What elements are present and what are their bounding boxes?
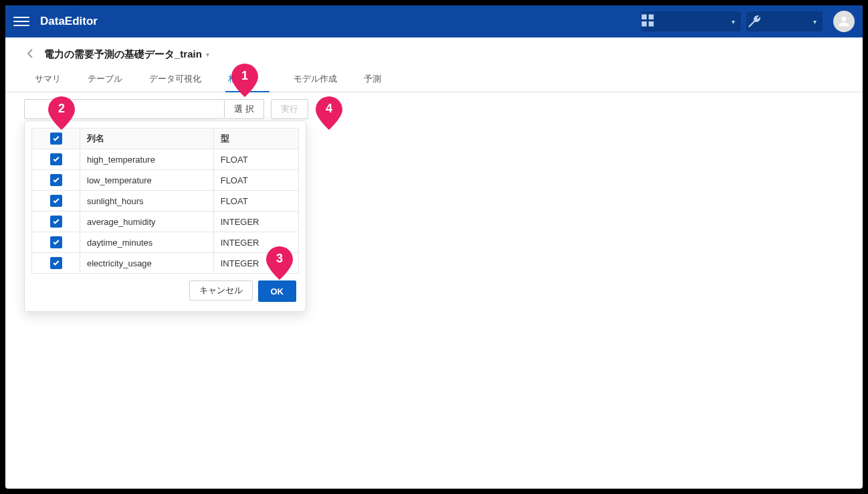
wrench-icon: [746, 13, 762, 29]
svg-rect-3: [649, 21, 654, 27]
row-name: average_humidity: [80, 212, 214, 232]
breadcrumb: 電力の需要予測の基礎データ_train ▾: [5, 37, 863, 66]
select-all-header[interactable]: [32, 129, 80, 149]
tab-summary[interactable]: サマリ: [32, 66, 64, 92]
cancel-button[interactable]: キャンセル: [189, 280, 253, 301]
table-row: daytime_minutesINTEGER: [32, 232, 299, 253]
row-name: low_temperature: [80, 170, 214, 191]
row-name: high_temperature: [80, 149, 214, 170]
ok-button[interactable]: OK: [258, 280, 297, 302]
project-select[interactable]: ▾: [641, 11, 741, 31]
table-row: low_temperatureFLOAT: [32, 170, 299, 191]
column-popover: 列名 型 high_temperatureFLOATlow_temperatur…: [24, 120, 306, 312]
row-checkbox[interactable]: [32, 149, 80, 170]
select-button[interactable]: 選 択: [225, 99, 264, 119]
row-checkbox[interactable]: [32, 191, 80, 212]
table-row: average_humidityINTEGER: [32, 212, 299, 232]
row-type: INTEGER: [213, 212, 298, 232]
back-icon[interactable]: [27, 49, 33, 61]
column-table: 列名 型 high_temperatureFLOATlow_temperatur…: [31, 128, 299, 274]
svg-rect-2: [642, 21, 647, 27]
row-type: FLOAT: [213, 170, 298, 191]
tool-select[interactable]: ▾: [746, 11, 823, 31]
row-type: FLOAT: [213, 191, 298, 212]
table-row: high_temperatureFLOAT: [32, 149, 299, 170]
row-checkbox[interactable]: [32, 212, 80, 232]
tabs: サマリ テーブル データ可視化 相関 モデル作成 予測: [5, 66, 863, 92]
col-header-name: 列名: [80, 129, 214, 149]
run-button: 実行: [271, 99, 308, 119]
row-name: electricity_usage: [80, 253, 214, 274]
row-checkbox[interactable]: [32, 232, 80, 253]
marker-1: 1: [231, 64, 258, 97]
row-type: FLOAT: [213, 149, 298, 170]
row-checkbox[interactable]: [32, 170, 80, 191]
caret-down-icon: ▾: [806, 18, 823, 25]
tab-predict[interactable]: 予測: [361, 66, 384, 92]
caret-down-icon: ▾: [725, 18, 741, 25]
col-header-type: 型: [213, 129, 298, 149]
menu-icon[interactable]: [13, 17, 29, 26]
table-row: sunlight_hoursFLOAT: [32, 191, 299, 212]
svg-rect-0: [642, 15, 647, 20]
svg-rect-1: [649, 15, 654, 20]
marker-2: 2: [48, 96, 75, 130]
table-row: electricity_usageINTEGER: [32, 253, 299, 274]
grid-icon: [641, 13, 657, 29]
tab-table[interactable]: テーブル: [85, 66, 125, 92]
row-name: sunlight_hours: [80, 191, 214, 212]
row-checkbox[interactable]: [32, 253, 80, 274]
caret-down-icon[interactable]: ▾: [206, 51, 209, 58]
marker-4: 4: [316, 96, 342, 130]
avatar[interactable]: [833, 11, 855, 32]
tab-viz[interactable]: データ可視化: [146, 66, 204, 92]
top-bar: DataEditor ▾ ▾: [5, 5, 863, 37]
marker-3: 3: [266, 246, 293, 280]
tab-model[interactable]: モデル作成: [291, 66, 340, 92]
app-title: DataEditor: [40, 15, 98, 28]
breadcrumb-title: 電力の需要予測の基礎データ_train: [44, 48, 202, 61]
row-name: daytime_minutes: [80, 232, 214, 253]
